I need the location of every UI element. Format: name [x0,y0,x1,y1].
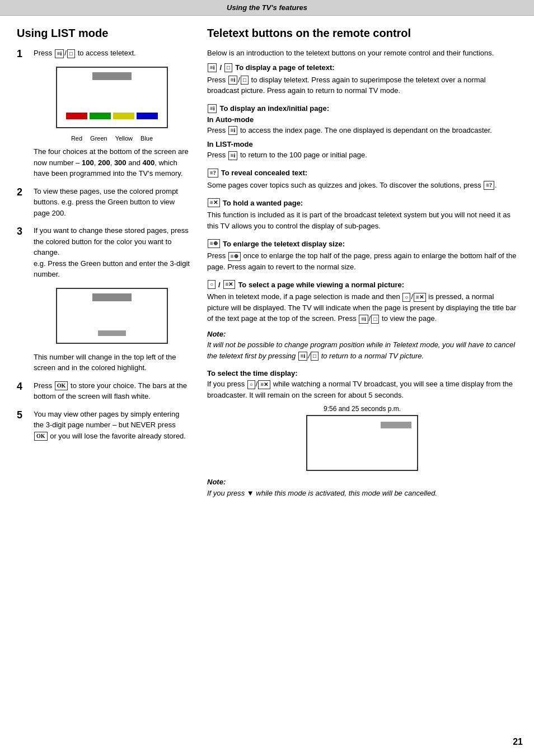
ok-icon-step4: OK [55,381,68,390]
right-intro: Below is an introduction to the teletext… [207,48,517,59]
block-enlarge-title: ≡⊕ To enlarge the teletext display size: [207,239,517,248]
td-icon1: ○ [247,380,255,389]
ex-icon: ≡✕ [223,280,236,289]
step-5-number: 5 [17,409,29,422]
ok-icon-step5: OK [34,432,48,441]
tv-screen-1 [56,67,168,128]
screen-icon: □ [67,49,75,58]
step-3-number: 3 [17,225,29,238]
block-reveal-text: ≡? To reveal concealed text: Some pages … [207,169,517,191]
block-reveal-text: Some pages cover topics such as quizzes … [207,180,517,191]
reveal-inline-icon: ≡? [484,181,494,190]
block-display-page-title: ≡i/□ To display a page of teletext: [207,63,517,72]
red-button [66,113,87,119]
tv-screen-1-wrapper: Red Green Yellow Blue [34,62,190,143]
step-1-number: 1 [17,48,29,60]
green-label: Green [90,134,107,143]
time-screen-bar [381,422,411,428]
screen-disp-icon: □ [224,63,232,72]
note-label-2: Note: [207,478,226,486]
block-reveal-label: To reveal concealed text: [221,169,307,177]
tv-screen-2-wrapper [34,283,190,348]
step-1: 1 Press ≡i/□ to access teletext. [17,48,190,179]
time-display-text: If you press ○/≡✕ while watching a norma… [207,379,517,400]
teletext-disp-icon: ≡i [208,63,217,72]
list-mode-heading: In LIST-mode [207,140,517,148]
auto-mode-text: Press ≡i to access the index page. The o… [207,125,517,136]
color-labels: Red Green Yellow Blue [71,134,153,143]
time-note: Note: If you press ▼ while this mode is … [207,477,517,498]
blue-label: Blue [140,134,153,143]
tv-screen-2 [56,288,168,344]
red-label: Red [71,134,82,143]
block-hold-title: ≡✕ To hold a wanted page: [207,198,517,207]
block-select-text: When in teletext mode, if a page selecti… [207,291,517,324]
step-2: 2 To view these pages, use the colored p… [17,186,190,219]
block-hold-text: This function is included as it is part … [207,209,517,231]
block-select-page: ○/≡✕ To select a page while viewing a no… [207,280,517,361]
time-screen-label: 9:56 and 25 seconds p.m. [324,405,401,413]
page-body: Using LIST mode 1 Press ≡i/□ to access t… [0,16,534,529]
screen2-top-bar [92,293,132,301]
step-4-number: 4 [17,380,29,393]
block-hold-page: ≡✕ To hold a wanted page: This function … [207,198,517,231]
block-select-label: To select a page while viewing a normal … [238,281,404,289]
sp2: ≡✕ [414,293,426,302]
td-icon2: ≡✕ [258,380,270,389]
enlarge-icon: ≡⊕ [208,239,220,248]
list-mode-icon: ≡i [228,151,237,160]
time-screen-container: 9:56 and 25 seconds p.m. [207,405,517,471]
block-select-note: Note: It will not be possible to change … [207,329,517,362]
header-title: Using the TV's features [227,3,307,12]
block-reveal-title: ≡? To reveal concealed text: [207,169,517,178]
step-4: 4 Press OK to store your choice. The bar… [17,380,190,402]
t2: □ [241,76,249,85]
block-enlarge-label: To enlarge the teletext display size: [223,240,345,248]
block-hold-label: To hold a wanted page: [223,199,303,207]
step-1-para: The four choices at the bottom of the sc… [34,146,190,179]
right-section-title: Teletext buttons on the remote control [207,27,517,40]
step-4-content: Press OK to store your choice. The bars … [34,380,190,402]
block-enlarge-text: Press ≡⊕ once to enlarge the top half of… [207,250,517,272]
page-number: 21 [513,737,523,747]
t1: ≡i [228,76,237,85]
page-header: Using the TV's features [0,0,534,16]
step-3: 3 If you want to change these stored pag… [17,225,190,374]
index-icon: ≡i [208,104,217,113]
note-icon2: □ [311,352,318,361]
block-index-page-label: To display an index/initial page: [219,104,329,113]
note-text-2: If you press ▼ while this mode is activa… [207,489,437,497]
step-2-content: To view these pages, use the colored pro… [34,186,190,219]
yellow-button [113,113,134,119]
color-buttons-row [57,109,167,123]
time-display-heading: To select the time display: [207,369,517,377]
circle-icon: ○ [208,280,216,289]
left-column: Using LIST mode 1 Press ≡i/□ to access t… [17,27,190,506]
note-icon1: ≡i [298,352,307,361]
note-text-1: It will not be possible to change progra… [207,340,515,360]
reveal-icon: ≡? [208,169,218,178]
block-index-page-title: ≡i To display an index/initial page: [207,104,517,113]
block-display-page: ≡i/□ To display a page of teletext: Pres… [207,63,517,96]
left-section-title: Using LIST mode [17,27,190,40]
green-button [90,113,111,119]
step-2-number: 2 [17,186,29,199]
auto-mode-icon: ≡i [228,126,237,135]
block-display-page-text: Press ≡i/□ to display teletext. Press ag… [207,74,517,96]
screen2-bottom-bar [98,330,126,336]
step-3-content: If you want to change these stored pages… [34,225,190,374]
hold-icon: ≡✕ [208,198,220,207]
sp4: □ [371,315,379,324]
enlarge-inline-icon: ≡⊕ [228,252,241,261]
block-enlarge: ≡⊕ To enlarge the teletext display size:… [207,239,517,272]
step-5: 5 You may view other pages by simply ent… [17,409,190,442]
blue-button [137,113,158,119]
teletext-icon: ≡i [55,49,64,58]
block-display-page-label: To display a page of teletext: [235,63,334,72]
right-column: Teletext buttons on the remote control B… [207,27,517,506]
step-1-press-label: Press [34,49,54,57]
step-1-suffix: to access teletext. [78,49,136,57]
block-index-page: ≡i To display an index/initial page: In … [207,104,517,161]
time-screen [306,415,418,471]
sp3: ≡i [359,315,368,324]
